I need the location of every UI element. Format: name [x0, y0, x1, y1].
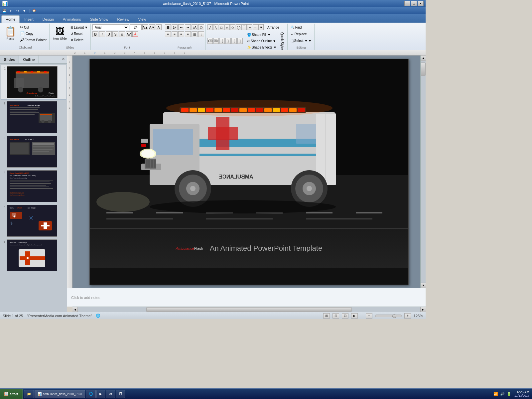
- font-increase-button[interactable]: A▲: [142, 24, 148, 30]
- scroll-right-button[interactable]: ►: [420, 307, 426, 312]
- scroll-up-button[interactable]: ▲: [421, 56, 426, 61]
- shape-effects-icon: ✨: [247, 46, 251, 49]
- quick-styles-button[interactable]: Quick Styles: [279, 32, 286, 50]
- decrease-indent-button[interactable]: ⇤: [178, 24, 184, 30]
- titlebar-controls[interactable]: ─ □ ✕: [404, 1, 424, 6]
- shape-3[interactable]: □: [219, 24, 224, 30]
- shape-7[interactable]: ⌒: [241, 24, 247, 30]
- shape-8[interactable]: ⌣: [247, 24, 252, 30]
- increase-indent-button[interactable]: ⇥: [185, 24, 191, 30]
- qat-more[interactable]: ▼: [21, 8, 27, 13]
- shape-11[interactable]: ⌦: [213, 38, 219, 44]
- shape-9[interactable]: →: [253, 24, 258, 30]
- slide-sorter-button[interactable]: ⊟: [332, 313, 339, 319]
- shape-2[interactable]: ╲: [213, 24, 218, 30]
- font-group: Arial A▲ A▼ A B I U S s AV A: [91, 24, 163, 50]
- slides-tab[interactable]: Slides: [0, 56, 19, 63]
- scroll-left-button[interactable]: ◄: [72, 307, 78, 312]
- zoom-in-button[interactable]: +: [404, 313, 411, 319]
- spacing-button[interactable]: AV: [126, 31, 132, 37]
- zoom-out-button[interactable]: −: [366, 313, 372, 319]
- paste-button[interactable]: 📋 Paste: [3, 24, 18, 43]
- shape-12[interactable]: {: [219, 38, 225, 44]
- tab-view[interactable]: View: [134, 15, 151, 23]
- zoom-slider[interactable]: [375, 315, 402, 317]
- tab-slideshow[interactable]: Slide Show: [86, 15, 113, 23]
- strikethrough-button[interactable]: S: [112, 31, 118, 37]
- outline-tab[interactable]: Outline: [19, 56, 39, 63]
- qat-redo[interactable]: ↪: [15, 8, 21, 13]
- slide-item-1[interactable]: 1: [1, 65, 66, 99]
- shape-effects-button[interactable]: ✨ Shape Effects ▼: [246, 44, 278, 50]
- text-direction-button[interactable]: ↕A: [192, 24, 198, 30]
- close-button[interactable]: ✕: [418, 1, 424, 6]
- tab-design[interactable]: Design: [38, 15, 58, 23]
- reading-view-button[interactable]: ⊡: [342, 313, 348, 319]
- shape-outline-button[interactable]: ▭ Shape Outline ▼: [246, 38, 278, 44]
- line-spacing-button[interactable]: ↕: [198, 31, 204, 37]
- tab-home[interactable]: Home: [1, 15, 20, 23]
- shape-1[interactable]: ╱: [207, 24, 213, 30]
- italic-button[interactable]: I: [99, 31, 105, 37]
- minimize-button[interactable]: ─: [404, 1, 410, 6]
- slideshow-button[interactable]: ▶: [351, 313, 358, 319]
- justify-button[interactable]: ≡: [185, 31, 191, 37]
- shape-6[interactable]: ◯: [236, 24, 241, 30]
- tab-review[interactable]: Review: [113, 15, 134, 23]
- align-center-button[interactable]: ≡: [172, 31, 178, 37]
- notes-area[interactable]: Click to add notes: [67, 288, 426, 307]
- font-size-input[interactable]: [130, 24, 142, 30]
- shape-15[interactable]: ]: [237, 38, 243, 44]
- col-button[interactable]: ⊟: [192, 31, 198, 37]
- replace-button[interactable]: ↔ Replace: [289, 31, 308, 37]
- font-clear-button[interactable]: A: [156, 24, 162, 30]
- reset-button[interactable]: ↺ Reset: [69, 31, 89, 37]
- copy-button[interactable]: 📄 Copy: [19, 31, 48, 37]
- shape-10[interactable]: ⌫: [207, 38, 213, 44]
- scroll-down-button[interactable]: ▼: [421, 283, 426, 288]
- normal-view-button[interactable]: ⊞: [323, 313, 330, 319]
- shape-4[interactable]: △: [224, 24, 230, 30]
- shape-13[interactable]: }: [225, 38, 231, 44]
- numbered-list-button[interactable]: 1≡: [172, 24, 178, 30]
- align-right-button[interactable]: ≡: [178, 31, 184, 37]
- new-slide-button[interactable]: 🖼 New Slide: [51, 24, 68, 43]
- slide-item-4[interactable]: 4 PowerPoint 2010 & 2007 and PowerPoint …: [1, 169, 66, 203]
- tab-insert[interactable]: Insert: [20, 15, 38, 23]
- vertical-scrollbar[interactable]: ▲ ▼: [420, 56, 426, 288]
- h-scroll-thumb[interactable]: [146, 307, 352, 312]
- notes-placeholder[interactable]: Click to add notes: [71, 296, 100, 300]
- delete-button[interactable]: ✕ Delete: [69, 37, 89, 43]
- slides-panel: Slides Outline ✕ 1: [0, 56, 67, 312]
- color-button[interactable]: A: [132, 31, 138, 37]
- arrange-button[interactable]: Arrange: [266, 24, 281, 30]
- convert-smartart-button[interactable]: ⬡: [198, 24, 204, 30]
- bullet-list-button[interactable]: ☰: [165, 24, 171, 30]
- slide-item-2[interactable]: 2 Animated Content Page: [1, 100, 66, 134]
- tab-animations[interactable]: Animations: [59, 15, 85, 23]
- shape-5[interactable]: ◇: [230, 24, 235, 30]
- bold-button[interactable]: B: [92, 31, 98, 37]
- slide-item-6[interactable]: 6 Alternate Content Page Alternate conte…: [1, 238, 66, 272]
- select-button[interactable]: ⬚ Select ▼ ▼: [289, 38, 313, 44]
- cut-button[interactable]: ✂ Cut: [19, 24, 48, 30]
- shadow-button[interactable]: s: [119, 31, 125, 37]
- layout-button[interactable]: ⊞ Layout ▼: [69, 24, 89, 30]
- align-left-button[interactable]: ≡: [165, 31, 171, 37]
- scroll-thumb[interactable]: [421, 63, 426, 76]
- find-button[interactable]: 🔍 Find: [289, 24, 303, 30]
- slide-item-3[interactable]: 3 Animated or Static?: [1, 135, 66, 169]
- panel-close-button[interactable]: ✕: [60, 56, 67, 63]
- shape-fill-button[interactable]: 🪣 Shape Fill ▼: [246, 32, 278, 38]
- font-decrease-button[interactable]: A▼: [149, 24, 155, 30]
- font-family-select[interactable]: Arial: [92, 24, 129, 30]
- format-painter-button[interactable]: 🖌 Format Painter: [19, 37, 48, 43]
- maximize-button[interactable]: □: [411, 1, 417, 6]
- qat-save[interactable]: 💾: [1, 8, 7, 13]
- underline-button[interactable]: U: [106, 31, 112, 37]
- shape-more[interactable]: ▼: [258, 24, 264, 30]
- qat-undo[interactable]: ↩: [8, 8, 14, 13]
- slide-item-5[interactable]: 5 Useful Clipart and Images ✚: [1, 204, 66, 238]
- shape-14[interactable]: [: [231, 38, 237, 44]
- zoom-slider-thumb[interactable]: [392, 314, 396, 318]
